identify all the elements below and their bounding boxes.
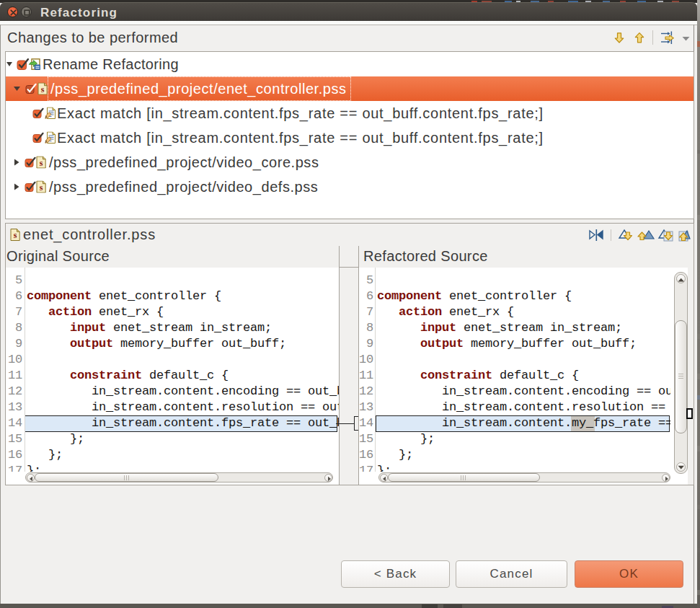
svg-text:s: s	[14, 230, 17, 240]
svg-text:s: s	[40, 182, 43, 193]
svg-text:s: s	[41, 84, 45, 94]
svg-text:s: s	[40, 158, 43, 168]
